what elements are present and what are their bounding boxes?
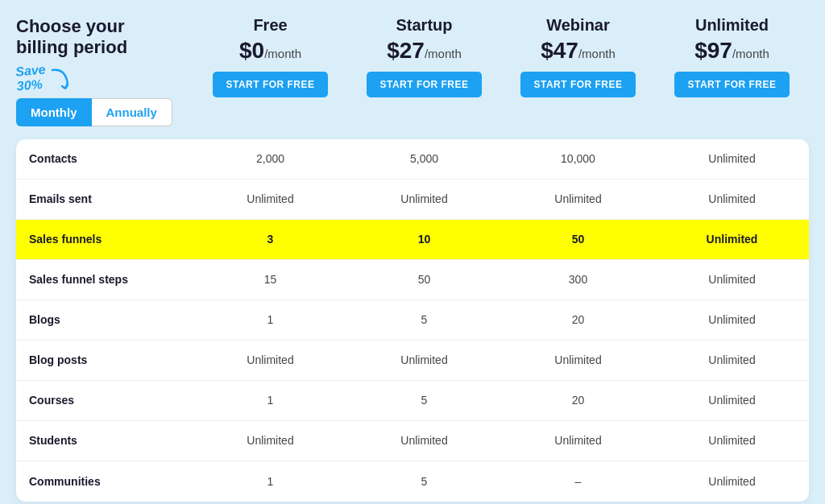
save-badge: Save30% <box>15 62 48 93</box>
feature-label-5: Blog posts <box>16 344 193 376</box>
plan-col-1: Startup $27/month START FOR FREE <box>347 16 501 97</box>
table-row: Blogs1520Unlimited <box>16 300 809 341</box>
feature-val-3-0: 15 <box>193 263 347 295</box>
table-row: Blog postsUnlimitedUnlimitedUnlimitedUnl… <box>16 341 809 381</box>
plan-name-2: Webinar <box>546 16 610 35</box>
start-btn-0[interactable]: START FOR FREE <box>213 72 327 97</box>
annually-toggle[interactable]: Annually <box>92 98 172 126</box>
feature-val-4-2: 20 <box>501 304 655 336</box>
feature-val-2-0: 3 <box>193 223 347 255</box>
feature-val-8-3: Unlimited <box>655 465 809 498</box>
feature-val-8-2: – <box>501 465 655 498</box>
billing-title-line2: billing period <box>16 37 127 57</box>
plans-header: Free $0/month START FOR FREE Startup $27… <box>193 16 809 97</box>
table-row: Courses1520Unlimited <box>16 381 809 421</box>
feature-label-2: Sales funnels <box>16 223 193 255</box>
feature-values-7: UnlimitedUnlimitedUnlimitedUnlimited <box>193 424 809 456</box>
feature-val-3-3: Unlimited <box>655 263 809 295</box>
feature-val-4-3: Unlimited <box>655 304 809 336</box>
feature-val-5-2: Unlimited <box>501 344 655 376</box>
start-btn-2[interactable]: START FOR FREE <box>520 72 635 97</box>
feature-val-6-3: Unlimited <box>655 384 809 416</box>
feature-label-6: Courses <box>16 384 193 416</box>
feature-values-0: 2,0005,00010,000Unlimited <box>193 143 809 175</box>
table-row: Sales funnels31050Unlimited <box>16 220 809 260</box>
feature-val-4-1: 5 <box>347 304 501 336</box>
features-table: Contacts2,0005,00010,000UnlimitedEmails … <box>16 139 809 502</box>
feature-val-1-1: Unlimited <box>347 183 501 215</box>
feature-val-5-3: Unlimited <box>655 344 809 376</box>
plan-name-3: Unlimited <box>695 16 769 35</box>
feature-label-3: Sales funnel steps <box>16 263 193 295</box>
feature-val-4-0: 1 <box>193 304 347 336</box>
billing-title-line1: Choose your <box>16 16 124 36</box>
monthly-toggle[interactable]: Monthly <box>16 98 92 126</box>
feature-val-7-2: Unlimited <box>501 424 655 456</box>
feature-val-0-1: 5,000 <box>347 143 501 175</box>
feature-val-5-0: Unlimited <box>193 344 347 376</box>
table-row: Sales funnel steps1550300Unlimited <box>16 260 809 300</box>
start-btn-1[interactable]: START FOR FREE <box>367 72 481 97</box>
feature-label-0: Contacts <box>16 143 193 175</box>
feature-val-2-3: Unlimited <box>655 223 809 255</box>
feature-val-7-1: Unlimited <box>347 424 501 456</box>
feature-values-3: 1550300Unlimited <box>193 263 809 295</box>
feature-label-7: Students <box>16 424 193 456</box>
feature-values-4: 1520Unlimited <box>193 304 809 336</box>
feature-label-4: Blogs <box>16 304 193 336</box>
feature-val-0-0: 2,000 <box>193 143 347 175</box>
feature-val-2-1: 10 <box>347 223 501 255</box>
table-row: Emails sentUnlimitedUnlimitedUnlimitedUn… <box>16 180 809 220</box>
feature-val-0-2: 10,000 <box>501 143 655 175</box>
plan-price-2: $47/month <box>541 38 616 64</box>
table-row: Contacts2,0005,00010,000Unlimited <box>16 139 809 180</box>
feature-val-3-1: 50 <box>347 263 501 295</box>
feature-values-1: UnlimitedUnlimitedUnlimitedUnlimited <box>193 183 809 215</box>
table-row: StudentsUnlimitedUnlimitedUnlimitedUnlim… <box>16 421 809 461</box>
feature-val-3-2: 300 <box>501 263 655 295</box>
page-wrapper: Choose your billing period Save30% Month… <box>0 0 825 504</box>
plan-col-0: Free $0/month START FOR FREE <box>193 16 347 97</box>
plan-price-0: $0/month <box>239 38 301 64</box>
feature-values-2: 31050Unlimited <box>193 223 809 255</box>
start-btn-3[interactable]: START FOR FREE <box>674 72 789 97</box>
plan-col-2: Webinar $47/month START FOR FREE <box>501 16 655 97</box>
feature-val-1-0: Unlimited <box>193 183 347 215</box>
header-section: Choose your billing period Save30% Month… <box>16 16 809 126</box>
feature-val-6-0: 1 <box>193 384 347 416</box>
feature-label-8: Communities <box>16 465 193 498</box>
feature-val-0-3: Unlimited <box>655 143 809 175</box>
plan-col-3: Unlimited $97/month START FOR FREE <box>655 16 809 97</box>
feature-values-6: 1520Unlimited <box>193 384 809 416</box>
billing-title: Choose your billing period <box>16 16 193 59</box>
feature-val-5-1: Unlimited <box>347 344 501 376</box>
feature-val-7-0: Unlimited <box>193 424 347 456</box>
feature-val-1-3: Unlimited <box>655 183 809 215</box>
feature-val-8-1: 5 <box>347 465 501 498</box>
feature-label-1: Emails sent <box>16 183 193 215</box>
arrow-icon <box>49 67 73 89</box>
feature-val-7-3: Unlimited <box>655 424 809 456</box>
feature-val-8-0: 1 <box>193 465 347 498</box>
feature-val-2-2: 50 <box>501 223 655 255</box>
billing-toggle: Monthly Annually <box>16 98 193 126</box>
feature-val-1-2: Unlimited <box>501 183 655 215</box>
plan-name-0: Free <box>253 16 287 35</box>
billing-period-block: Choose your billing period Save30% Month… <box>16 16 193 126</box>
feature-val-6-1: 5 <box>347 384 501 416</box>
plan-price-1: $27/month <box>387 38 462 64</box>
plan-name-1: Startup <box>396 16 453 35</box>
feature-val-6-2: 20 <box>501 384 655 416</box>
save-badge-row: Save30% <box>16 64 193 92</box>
plan-price-3: $97/month <box>694 38 769 64</box>
table-row: Communities15–Unlimited <box>16 461 809 502</box>
feature-values-5: UnlimitedUnlimitedUnlimitedUnlimited <box>193 344 809 376</box>
feature-values-8: 15–Unlimited <box>193 465 809 498</box>
